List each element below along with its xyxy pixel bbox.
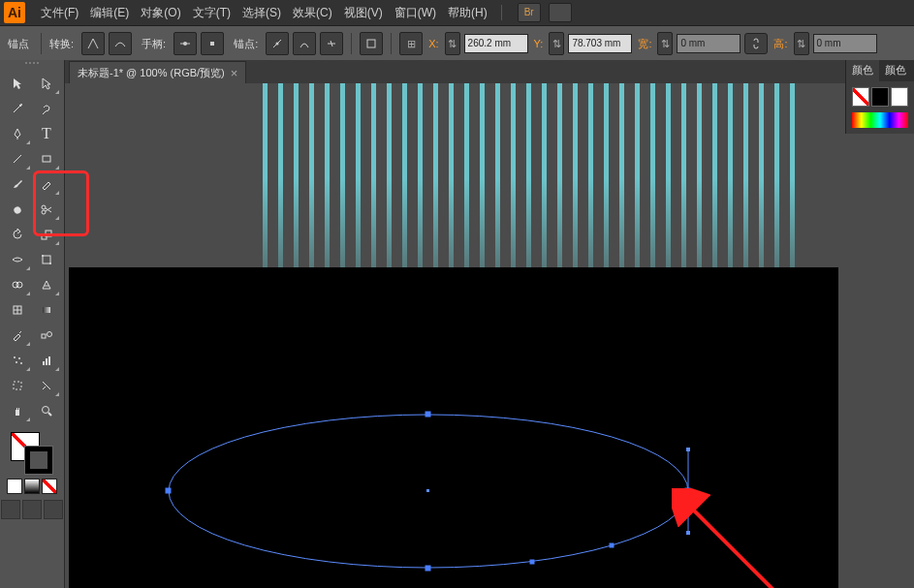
rectangle-tool[interactable] — [33, 147, 60, 170]
toolbox-grip[interactable] — [13, 62, 51, 68]
svg-rect-43 — [610, 543, 614, 547]
svg-point-13 — [42, 255, 44, 257]
scale-tool[interactable] — [33, 223, 60, 246]
menu-effect[interactable]: 效果(C) — [287, 5, 338, 21]
document-tab[interactable]: 未标题-1* @ 100% (RGB/预览) × — [69, 61, 246, 83]
spectrum-bar[interactable] — [852, 112, 908, 128]
connect-anchor-button[interactable] — [293, 32, 316, 55]
menu-help[interactable]: 帮助(H) — [442, 5, 493, 21]
tab-close-icon[interactable]: × — [231, 66, 238, 80]
svg-point-16 — [16, 282, 22, 288]
svg-point-9 — [42, 210, 46, 214]
menu-window[interactable]: 窗口(W) — [389, 5, 442, 21]
panel-fill-swatch[interactable] — [852, 87, 869, 107]
canvas-viewport[interactable] — [65, 83, 914, 588]
perspective-tool[interactable] — [33, 273, 60, 296]
color-mode-row — [7, 479, 57, 494]
menu-edit[interactable]: 编辑(E) — [84, 5, 135, 21]
svg-rect-38 — [426, 489, 429, 492]
app-icon: Ai — [4, 2, 25, 23]
svg-line-6 — [14, 155, 21, 163]
y-input[interactable]: 78.703 mm — [568, 34, 632, 53]
free-transform-tool[interactable] — [33, 248, 60, 271]
anchor-label: 锚点 — [8, 37, 29, 51]
h-input[interactable]: 0 mm — [813, 34, 877, 53]
menu-view[interactable]: 视图(V) — [338, 5, 389, 21]
color-mode-solid[interactable] — [7, 479, 22, 494]
rotate-tool[interactable] — [4, 223, 31, 246]
color-mode-gradient[interactable] — [24, 479, 40, 494]
w-stepper[interactable]: ⇅ — [657, 32, 673, 55]
menu-object[interactable]: 对象(O) — [135, 5, 186, 21]
mesh-tool[interactable] — [4, 298, 31, 322]
hand-tool[interactable] — [4, 399, 31, 422]
svg-point-31 — [43, 407, 49, 414]
h-label: 高: — [773, 37, 787, 51]
cut-path-button[interactable] — [320, 32, 343, 55]
x-stepper[interactable]: ⇅ — [445, 32, 460, 55]
brush-tool[interactable] — [4, 172, 31, 196]
remove-anchor-button[interactable] — [266, 32, 289, 55]
blob-brush-tool[interactable] — [4, 198, 31, 221]
convert-smooth-button[interactable] — [109, 32, 132, 55]
svg-rect-42 — [530, 560, 534, 564]
blend-tool[interactable] — [33, 324, 60, 347]
color-mode-none[interactable] — [42, 479, 57, 494]
eyedropper-tool[interactable] — [4, 324, 31, 347]
gradient-tool[interactable] — [33, 298, 60, 322]
panel-stroke-swatch[interactable] — [871, 87, 889, 107]
magic-wand-tool[interactable] — [4, 97, 31, 120]
w-input[interactable]: 0 mm — [677, 34, 741, 53]
document-area: 未标题-1* @ 100% (RGB/预览) × — [65, 60, 914, 588]
slice-tool[interactable] — [33, 374, 60, 397]
menu-select[interactable]: 选择(S) — [236, 5, 287, 21]
shape-builder-tool[interactable] — [4, 273, 31, 296]
pencil-tool[interactable] — [33, 172, 60, 196]
type-tool[interactable]: T — [33, 122, 60, 145]
selection-tool[interactable] — [4, 72, 31, 95]
symbol-spray-tool[interactable] — [4, 349, 31, 372]
scissors-tool[interactable] — [33, 198, 60, 221]
separator — [41, 33, 42, 54]
layout-button[interactable] — [549, 3, 572, 22]
pen-tool[interactable] — [4, 122, 31, 145]
artboard-tool[interactable] — [4, 374, 31, 397]
draw-inside[interactable] — [44, 500, 63, 519]
align-button[interactable]: ⊞ — [399, 32, 423, 55]
draw-normal[interactable] — [1, 500, 20, 519]
svg-rect-27 — [43, 361, 45, 365]
menu-file[interactable]: 文件(F) — [35, 5, 84, 21]
panel-tab-color[interactable]: 颜色 — [846, 60, 879, 81]
link-wh-button[interactable] — [744, 33, 768, 54]
ellipse-path[interactable] — [167, 413, 690, 570]
svg-point-26 — [20, 362, 22, 364]
direct-selection-tool[interactable] — [33, 72, 60, 95]
control-bar: 锚点 转换: 手柄: 锚点: ⊞ X: ⇅ 260.2 mm Y: ⇅ 78.7… — [0, 26, 914, 62]
menu-type[interactable]: 文字(T) — [187, 5, 236, 21]
stroke-swatch[interactable] — [24, 446, 53, 475]
separator — [391, 33, 392, 54]
y-stepper[interactable]: ⇅ — [549, 32, 564, 55]
isolate-button[interactable] — [360, 32, 383, 55]
separator — [351, 33, 352, 54]
h-stepper[interactable]: ⇅ — [794, 32, 809, 55]
graph-tool[interactable] — [33, 349, 60, 372]
panel-white-swatch[interactable] — [891, 87, 908, 107]
svg-line-32 — [48, 413, 51, 416]
x-input[interactable]: 260.2 mm — [464, 34, 528, 53]
zoom-tool[interactable] — [33, 399, 60, 422]
bridge-button[interactable]: Br — [518, 3, 541, 22]
separator — [501, 5, 502, 20]
svg-rect-30 — [14, 382, 21, 389]
fill-stroke-swatch[interactable] — [11, 432, 53, 475]
handle-hide-button[interactable] — [201, 32, 224, 55]
line-tool[interactable] — [4, 147, 31, 170]
svg-rect-34 — [425, 412, 430, 417]
lasso-tool[interactable] — [33, 97, 60, 120]
panel-tab-color2[interactable]: 颜色 — [879, 60, 912, 81]
color-panel: 颜色 颜色 — [845, 60, 914, 134]
draw-behind[interactable] — [22, 500, 42, 519]
handle-show-button[interactable] — [173, 32, 197, 55]
width-tool[interactable] — [4, 248, 31, 271]
convert-corner-button[interactable] — [81, 32, 105, 55]
